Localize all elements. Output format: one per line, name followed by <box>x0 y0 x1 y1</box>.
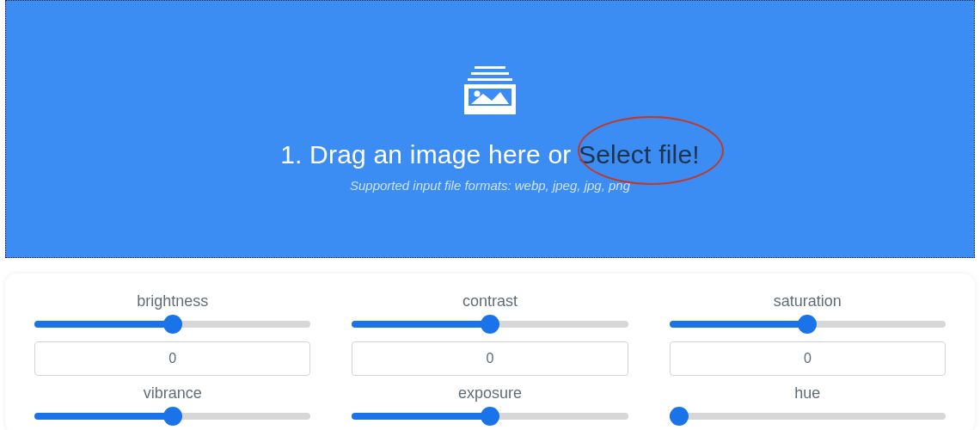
svg-rect-1 <box>471 72 509 75</box>
dropzone-heading: 1. Drag an image here or Select file! <box>280 140 700 169</box>
label-exposure: exposure <box>458 384 522 402</box>
slider-brightness[interactable] <box>34 321 310 328</box>
control-exposure: exposure <box>352 384 628 430</box>
dropzone-subtext: Supported input file formats: webp, jpeg… <box>350 178 630 193</box>
value-contrast[interactable]: 0 <box>352 341 628 376</box>
slider-vibrance[interactable] <box>34 413 310 420</box>
svg-rect-4 <box>464 110 516 114</box>
svg-rect-0 <box>475 66 505 69</box>
control-contrast: contrast 0 <box>352 292 628 384</box>
select-file-link[interactable]: Select file! <box>579 140 700 169</box>
image-stack-icon <box>462 66 518 118</box>
control-vibrance: vibrance <box>34 384 310 430</box>
svg-rect-2 <box>468 78 512 81</box>
dropzone-heading-text: 1. Drag an image here or <box>280 140 579 169</box>
slider-saturation[interactable] <box>670 321 946 328</box>
slider-hue[interactable] <box>670 413 946 420</box>
slider-exposure[interactable] <box>352 413 628 420</box>
slider-contrast[interactable] <box>352 321 628 328</box>
control-brightness: brightness 0 <box>34 292 310 384</box>
label-vibrance: vibrance <box>144 384 202 402</box>
control-hue: hue <box>670 384 946 430</box>
label-saturation: saturation <box>774 292 842 310</box>
label-brightness: brightness <box>137 292 208 310</box>
svg-point-3 <box>475 90 481 96</box>
control-saturation: saturation 0 <box>670 292 946 384</box>
image-dropzone[interactable]: 1. Drag an image here or Select file! Su… <box>5 0 975 258</box>
value-saturation[interactable]: 0 <box>670 341 946 376</box>
label-hue: hue <box>794 384 820 402</box>
label-contrast: contrast <box>462 292 518 310</box>
controls-panel: brightness 0 contrast 0 saturation 0 vib… <box>5 273 975 430</box>
value-brightness[interactable]: 0 <box>34 341 310 376</box>
